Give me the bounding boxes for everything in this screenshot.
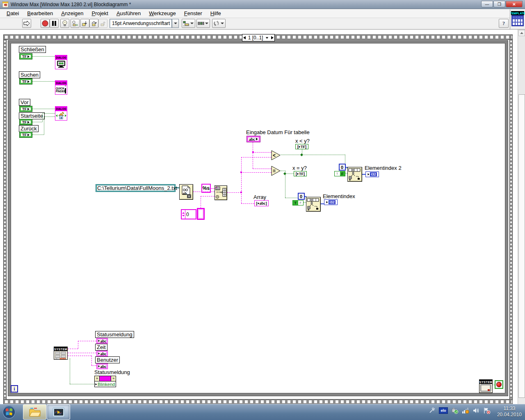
volume-tray-icon[interactable] xyxy=(472,407,480,414)
elementindex-indicator[interactable]: I32 xyxy=(324,199,338,205)
true-constant[interactable]: T F xyxy=(292,200,304,205)
retain-wire-values-button[interactable] xyxy=(71,19,80,28)
wire xyxy=(241,157,242,203)
property-blinkend-row[interactable]: Blinkend xyxy=(95,381,116,387)
font-selector[interactable]: 15pt Anwendungsschriftart xyxy=(110,19,172,28)
elementindex2-indicator[interactable]: I32 xyxy=(365,171,379,177)
close-button[interactable]: ✕ xyxy=(506,1,523,7)
wire xyxy=(44,116,55,117)
start-button[interactable] xyxy=(2,405,16,420)
schliessen-terminal[interactable]: TF xyxy=(19,53,32,59)
file-path-constant[interactable]: C:\Tellurium\Data\FullMoons_2.txt xyxy=(96,184,176,192)
tools-tray-icon[interactable] xyxy=(429,407,436,414)
menu-fenster[interactable]: Fenster xyxy=(180,9,206,18)
network-tray-icon[interactable] xyxy=(462,407,469,414)
menu-anzeigen[interactable]: Anzeigen xyxy=(57,9,87,18)
frame-dropdown-icon[interactable] xyxy=(266,37,268,39)
dialog-home-subvi[interactable]: DIALOG xyxy=(55,106,67,121)
step-into-button[interactable] xyxy=(80,19,89,28)
sequence-frame-selector[interactable]: 1 [0..1] xyxy=(242,34,275,41)
wire xyxy=(241,157,272,158)
caret-down-icon xyxy=(221,23,224,26)
system-node-stop[interactable]: SYSTEM xyxy=(479,379,493,393)
step-over-button[interactable] xyxy=(89,19,98,28)
spinner-arrows-icon[interactable] xyxy=(182,210,185,219)
menu-werkzeuge[interactable]: Werkzeuge xyxy=(145,9,180,18)
next-frame-icon[interactable] xyxy=(271,36,274,39)
dialog-monitor-subvi[interactable]: DIALOG xyxy=(55,55,67,69)
search-1d-array-icon xyxy=(306,197,320,211)
system-node-status[interactable]: SYSTEM xyxy=(54,347,68,360)
menu-bearbeiten[interactable]: Bearbeiten xyxy=(23,9,57,18)
window-title: Window Max [Window Max 1280 2.vi] Blockd… xyxy=(11,2,131,7)
x-eq-y-indicator[interactable]: [TF] xyxy=(294,171,307,176)
pause-button[interactable] xyxy=(50,19,59,28)
usb-device-tray-icon[interactable] xyxy=(451,407,459,414)
x-lt-y-indicator[interactable]: [TF] xyxy=(295,144,308,149)
minimize-button[interactable]: — xyxy=(481,1,493,7)
step-into-icon xyxy=(82,20,88,27)
menu-ausfuehren[interactable]: Ausführen xyxy=(112,9,145,18)
sequence-border-left[interactable] xyxy=(3,39,7,399)
false-constant[interactable]: T F xyxy=(334,171,345,176)
run-button[interactable] xyxy=(22,19,31,28)
spin-numeric-constant[interactable]: 0 xyxy=(181,209,196,219)
elo-tray-icon[interactable]: elo xyxy=(439,407,448,414)
file-path-text: C:\Tellurium\Data\FullMoons_2.txt xyxy=(97,185,177,191)
vor-terminal[interactable]: TF xyxy=(19,106,32,112)
empty-string-constant[interactable] xyxy=(197,208,205,220)
spreadsheet-string-to-array-node[interactable]: +++ xyxy=(215,185,227,200)
statusmeldung-label: Statusmeldung xyxy=(95,331,134,338)
caret-down-icon xyxy=(205,23,208,26)
zeit-indicator[interactable]: abc xyxy=(96,351,108,356)
eingabe-terminal[interactable]: abc xyxy=(247,136,260,142)
suchen-terminal[interactable]: TF xyxy=(19,78,32,84)
search-1d-array-node-top[interactable] xyxy=(347,167,362,182)
search-1d-array-node-bottom[interactable] xyxy=(306,197,321,212)
terminal-out-arrow-icon xyxy=(27,55,30,58)
equal-node[interactable]: = xyxy=(271,166,281,176)
loop-condition-terminal[interactable] xyxy=(495,380,503,389)
scroll-up-button[interactable] xyxy=(518,30,525,36)
frame-selector-label: 1 [0..1] xyxy=(248,35,263,41)
statusmeldung-indicator[interactable]: abc xyxy=(96,338,108,344)
abort-icon xyxy=(42,20,48,27)
blinkend-property-node[interactable]: ?! ?! Blinkend xyxy=(94,376,116,387)
zurueck-terminal[interactable]: TF xyxy=(19,132,32,138)
menu-hilfe[interactable]: Hilfe xyxy=(206,9,225,18)
restore-button[interactable]: ❐ xyxy=(493,1,505,7)
labview-app-icon xyxy=(2,1,9,8)
taskbar-clock[interactable]: 11:33 20.04.2010 xyxy=(497,406,522,418)
sequence-border-right[interactable] xyxy=(509,39,513,399)
abort-button[interactable] xyxy=(41,19,50,28)
font-selector-dropdown[interactable] xyxy=(172,19,179,28)
benutzer-indicator[interactable]: abc xyxy=(96,363,108,369)
taskbar-explorer-button[interactable] xyxy=(23,404,46,420)
start-index-constant-bottom[interactable]: 0 xyxy=(298,193,305,200)
wire xyxy=(70,358,70,384)
vertical-scrollbar[interactable] xyxy=(518,30,525,404)
less-than-node[interactable]: < xyxy=(271,150,281,160)
scrollbar-thumb[interactable] xyxy=(518,94,525,398)
vi-icon-panel[interactable]: TEMPLATE xyxy=(510,9,525,29)
read-text-file-node[interactable]: ab xyxy=(179,184,193,200)
reorder-dropdown[interactable] xyxy=(212,19,226,28)
menu-projekt[interactable]: Projekt xyxy=(87,9,112,18)
while-loop-border[interactable] xyxy=(8,41,508,396)
array-indicator[interactable]: [abc] xyxy=(254,200,269,206)
taskbar-labview-button[interactable] xyxy=(47,404,70,420)
context-help-button[interactable]: ? xyxy=(499,19,509,28)
start-index-constant-top[interactable]: 0 xyxy=(339,164,346,171)
action-center-flag-icon[interactable] xyxy=(483,407,491,414)
dialog-quickfinder-subvi[interactable]: DIALOG QUICK FINDER xyxy=(55,80,67,95)
labview-block-diagram-window: Window Max [Window Max 1280 2.vi] Blockd… xyxy=(0,0,525,420)
startseite-terminal[interactable]: TF xyxy=(19,119,32,125)
highlight-execution-button[interactable] xyxy=(60,19,69,28)
align-objects-dropdown[interactable] xyxy=(182,19,195,28)
wire xyxy=(241,172,272,173)
step-out-button[interactable] xyxy=(98,19,107,28)
menu-datei[interactable]: Datei xyxy=(2,9,23,18)
loop-iteration-terminal[interactable]: i xyxy=(11,385,18,393)
distribute-objects-dropdown[interactable] xyxy=(196,19,210,28)
previous-frame-icon[interactable] xyxy=(243,36,246,39)
